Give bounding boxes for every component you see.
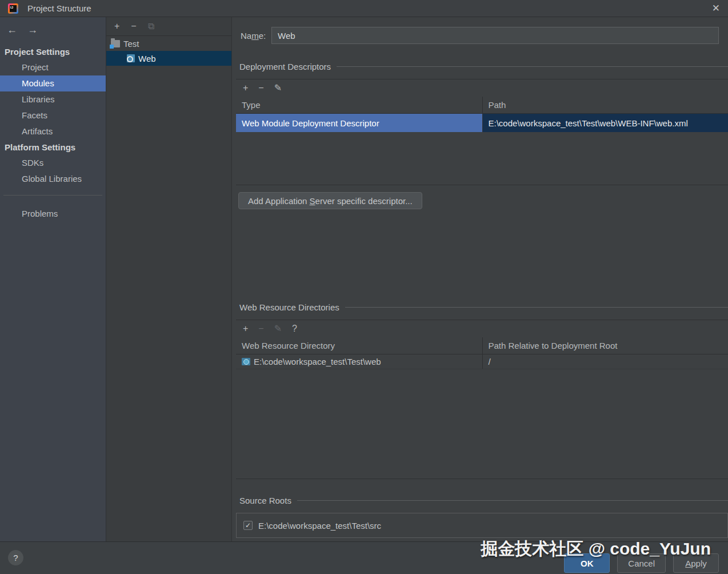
project-structure-dialog: IJ Project Structure ✕ ← → Project Setti… [0,0,728,574]
name-label: Name: [236,31,271,41]
resource-directory-cell[interactable]: E:\code\workspace_test\Test\web [236,354,482,369]
help-button[interactable]: ? [8,550,23,565]
sidebar-item-sdks[interactable]: SDKs [0,155,106,171]
source-roots-panel: ✓ E:\code\workspace_test\Test\src [236,513,728,538]
forward-icon[interactable]: → [27,24,38,36]
deployment-descriptors-header: Deployment Descriptors [236,61,728,72]
sidebar-item-global-libraries[interactable]: Global Libraries [0,171,106,187]
name-input[interactable] [271,27,719,44]
cancel-button[interactable]: Cancel [617,553,666,573]
tree-node-label: Test [123,39,139,49]
deployment-toolbar: + − ✎ [236,79,728,97]
ok-button[interactable]: OK [564,553,610,573]
dialog-footer: ? 掘金技术社区 @ code_YuJun OK Cancel Apply [0,541,728,574]
tree-node-web[interactable]: Web [106,51,231,66]
add-app-server-descriptor-button[interactable]: Add Application Server specific descript… [238,192,422,209]
sidebar-item-modules[interactable]: Modules [0,75,106,91]
deployment-descriptors-panel: + − ✎ Type Path Web Module Deployment De… [236,79,728,185]
module-tree-toolbar: + − ⧉ [106,17,231,36]
sidebar-header-platform-settings: Platform Settings [0,139,106,155]
sidebar-item-facets[interactable]: Facets [0,107,106,123]
sidebar-item-problems[interactable]: Problems [0,206,106,222]
help-resource-icon[interactable]: ? [292,324,297,333]
remove-descriptor-icon[interactable]: − [258,83,263,93]
table-row[interactable]: E:\code\workspace_test\Test\web / [236,354,728,369]
edit-resource-icon[interactable]: ✎ [274,324,282,333]
table-row[interactable]: Web Module Deployment Descriptor E:\code… [236,114,728,132]
relative-path-cell[interactable]: / [482,354,728,369]
edit-descriptor-icon[interactable]: ✎ [274,83,282,93]
sidebar-item-project[interactable]: Project [0,59,106,75]
web-resources-toolbar: + − ✎ ? [236,320,728,337]
sidebar-item-libraries[interactable]: Libraries [0,91,106,107]
window-title: Project Structure [27,3,91,13]
column-header-path[interactable]: Path [482,97,728,114]
apply-button[interactable]: Apply [673,553,719,573]
close-icon[interactable]: ✕ [712,3,720,13]
descriptor-type-cell[interactable]: Web Module Deployment Descriptor [236,114,482,132]
section-rule [345,307,728,308]
sidebar-divider [3,195,102,196]
intellij-logo-icon: IJ [8,3,18,14]
source-roots-header: Source Roots [236,495,728,506]
web-resource-directories-header: Web Resource Directories [236,301,728,313]
add-resource-icon[interactable]: + [243,324,248,333]
tree-node-test[interactable]: Test [106,36,231,51]
descriptors-table: Type Path Web Module Deployment Descript… [236,97,728,132]
web-facet-editor: Name: Deployment Descriptors + − ✎ Type … [232,17,728,541]
source-root-checkbox[interactable]: ✓ [243,521,253,530]
tree-node-label: Web [138,54,156,63]
column-header-type[interactable]: Type [236,97,482,114]
source-root-path: E:\code\workspace_test\Test\src [258,521,381,531]
remove-resource-icon[interactable]: − [258,324,263,333]
column-header-path-relative[interactable]: Path Relative to Deployment Root [482,337,728,354]
column-header-web-resource-directory[interactable]: Web Resource Directory [236,337,482,354]
remove-module-icon[interactable]: − [131,22,136,31]
back-icon[interactable]: ← [7,24,17,36]
settings-sidebar: ← → Project Settings Project Modules Lib… [0,17,106,541]
web-resources-table: Web Resource Directory Path Relative to … [236,337,728,369]
section-rule [297,500,728,501]
sidebar-header-project-settings: Project Settings [0,44,106,59]
title-bar: IJ Project Structure ✕ [0,0,728,17]
copy-module-icon[interactable]: ⧉ [148,22,154,31]
web-resource-directories-panel: + − ✎ ? Web Resource Directory Path Rela… [236,320,728,479]
section-rule [337,66,728,67]
web-facet-icon [127,54,135,62]
descriptor-path-cell[interactable]: E:\code\workspace_test\Test\web\WEB-INF\… [482,114,728,132]
module-tree-panel: + − ⧉ Test Web [106,17,232,541]
sidebar-item-artifacts[interactable]: Artifacts [0,123,106,139]
web-folder-icon [242,358,250,365]
add-descriptor-icon[interactable]: + [243,83,248,93]
module-folder-icon [111,40,120,47]
add-module-icon[interactable]: + [114,22,119,31]
